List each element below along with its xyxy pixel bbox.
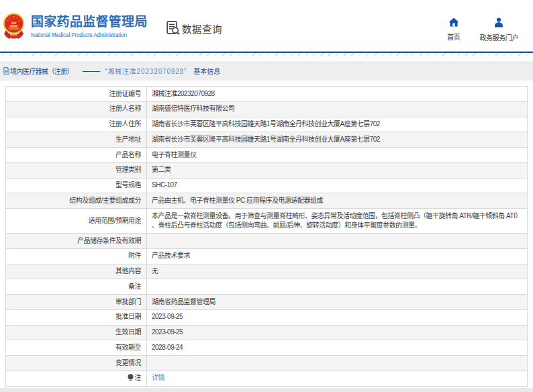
footer-strip <box>0 388 533 392</box>
row-value: SHC-107 <box>147 178 528 193</box>
row-value: 产品由主机、电子脊柱测量仪 PC 应用程序及电源适配器组成 <box>147 193 528 209</box>
row-label: 审批部门 <box>6 295 147 310</box>
row-label: 注册人住所 <box>6 117 147 132</box>
data-query-label: 数据查询 <box>182 21 222 36</box>
row-value: 第二类 <box>147 162 528 178</box>
brand-title: 国家药品监督管理局 <box>31 15 148 30</box>
row-value: 湖南省长沙市芙蓉区隆平高科技园雄天路1号湖南全丹科技创业大厦A座第七层702 <box>147 117 528 132</box>
row-label-text: 生产地址 <box>115 136 141 143</box>
row-value: 湘械注准20232070928 <box>147 87 528 102</box>
table-row: 审批部门湖南省药品监督管理局 <box>6 295 528 310</box>
row-label-text: 注册人名称 <box>109 105 142 112</box>
table-row: 附件产品技术要求 <box>6 248 528 264</box>
table-row: 型号规格SHC-107 <box>6 178 528 193</box>
row-value: 电子脊柱测量仪 <box>147 148 528 163</box>
row-label: 批准日期 <box>6 309 147 325</box>
row-value <box>147 234 528 249</box>
row-value: 详情 <box>147 371 528 386</box>
table-row: 产品名称电子脊柱测量仪 <box>6 148 528 163</box>
table-row: 备注 <box>6 279 528 295</box>
row-label-text: 注册人住所 <box>109 120 142 128</box>
registration-info-table: 注册证编号湘械注准20232070928注册人名称湖南盛倍特医疗科技有限公司注册… <box>5 86 528 387</box>
row-label: 注册证编号 <box>6 87 147 102</box>
breadcrumb: 境内医疗器械（注册） —— “湘械注准20232070928” 基本信息 <box>0 61 533 81</box>
header-nav: 首页 政务服务门户 <box>447 17 518 42</box>
brand: 国家药品监督管理局 National Medical Products Admi… <box>3 12 148 41</box>
breadcrumb-category[interactable]: 境内医疗器械（注册） <box>10 66 73 76</box>
row-label-text: 批准日期 <box>115 313 141 320</box>
nav-home-label: 首页 <box>447 32 460 42</box>
row-label: 管理类别 <box>6 162 147 178</box>
row-label: 变更情况 <box>6 356 147 371</box>
row-value: 无 <box>147 264 528 279</box>
breadcrumb-separator: —— <box>83 66 100 76</box>
detail-link[interactable]: 详情 <box>152 374 164 381</box>
row-label-text: 适用范围/预期用途 <box>89 217 141 224</box>
row-value: 2028-09-24 <box>147 340 528 356</box>
row-label: 备注 <box>6 279 147 295</box>
row-value: 2023-09-25 <box>147 309 528 325</box>
row-label-text: 管理类别 <box>115 166 141 173</box>
row-label-text: 附件 <box>128 252 141 259</box>
row-label: 型号规格 <box>6 178 147 193</box>
table-row: 批准日期2023-09-25 <box>6 309 528 325</box>
brand-text: 国家药品监督管理局 National Medical Products Admi… <box>31 12 148 38</box>
nav-portal[interactable]: 政务服务门户 <box>479 17 518 42</box>
row-label-text: 注册证编号 <box>109 90 142 97</box>
row-label-text: 产品储存条件及有效期 <box>77 237 141 244</box>
row-label: 产品储存条件及有效期 <box>6 234 147 249</box>
table-row: 注册人住所湖南省长沙市芙蓉区隆平高科技园雄天路1号湖南全丹科技创业大厦A座第七层… <box>6 117 528 132</box>
table-row: 注册证编号湘械注准20232070928 <box>6 87 528 102</box>
row-value: 本产品是一款脊柱测量设备。用于筛查与测量脊柱畸形、姿态异常及活动度范围，包括脊柱… <box>147 209 528 234</box>
table-row: 注详情 <box>6 371 528 386</box>
table-row: 注册人名称湖南盛倍特医疗科技有限公司 <box>6 101 528 117</box>
data-query-icon <box>166 21 180 36</box>
row-label: 生产地址 <box>6 132 147 148</box>
nav-portal-label: 政务服务门户 <box>479 32 518 42</box>
row-label: 附件 <box>6 248 147 264</box>
row-value: 产品技术要求 <box>147 248 528 264</box>
row-value: 湖南省药品监督管理局 <box>147 295 528 310</box>
row-label: 生效日期 <box>6 325 147 340</box>
table-row: 其他内容无 <box>6 264 528 279</box>
site-header: 国家药品监督管理局 National Medical Products Admi… <box>0 0 533 51</box>
row-label: 适用范围/预期用途 <box>6 209 147 234</box>
row-label-text: 其他内容 <box>115 267 141 275</box>
table-row: 生产地址湖南省长沙市芙蓉区隆平高科技园雄天路1号湖南全丹科技创业大厦A座第七层7… <box>6 132 528 148</box>
row-label-text: 备注 <box>128 283 141 290</box>
info-table-body: 注册证编号湘械注准20232070928注册人名称湖南盛倍特医疗科技有限公司注册… <box>6 87 528 387</box>
table-row: 有效期至2028-09-24 <box>6 340 528 356</box>
breadcrumb-title: 基本信息 <box>193 66 220 76</box>
document-icon <box>3 67 9 75</box>
row-label-text: 产品名称 <box>115 151 141 158</box>
note-icon <box>128 374 134 381</box>
row-label-text: 审批部门 <box>115 298 141 305</box>
row-value: 2023-09-25 <box>147 325 528 340</box>
brand-subtitle: National Medical Products Administration <box>31 31 127 38</box>
row-value <box>147 279 528 295</box>
user-icon <box>494 17 503 28</box>
table-row: 生效日期2023-09-25 <box>6 325 528 340</box>
table-row: 结构及组成/主要组成成分产品由主机、电子脊柱测量仪 PC 应用程序及电源适配器组… <box>6 193 528 209</box>
row-label-text: 结构及组成/主要组成成分 <box>69 197 141 204</box>
row-label: 其他内容 <box>6 264 147 279</box>
row-label: 结构及组成/主要组成成分 <box>6 193 147 209</box>
nav-home[interactable]: 首页 <box>447 17 460 42</box>
registration-info-table-wrap: 注册证编号湘械注准20232070928注册人名称湖南盛倍特医疗科技有限公司注册… <box>5 86 528 387</box>
row-label-text: 变更情况 <box>115 359 141 366</box>
table-row: 管理类别第二类 <box>6 162 528 178</box>
breadcrumb-number: “湘械注准20232070928” <box>105 66 187 76</box>
table-row: 变更情况 <box>6 356 528 371</box>
data-query-title: 数据查询 <box>166 21 222 36</box>
row-value <box>147 356 528 371</box>
row-label: 有效期至 <box>6 340 147 356</box>
row-value: 湖南盛倍特医疗科技有限公司 <box>147 101 528 117</box>
row-value: 湖南省长沙市芙蓉区隆平高科技园雄天路1号湖南全丹科技创业大厦A座第七层702 <box>147 132 528 148</box>
national-emblem-logo <box>3 13 25 41</box>
row-label: 注册人名称 <box>6 101 147 117</box>
home-icon <box>449 17 458 27</box>
row-label-text: 生效日期 <box>115 328 141 336</box>
table-row: 产品储存条件及有效期 <box>6 234 528 249</box>
row-label: 注 <box>6 371 147 386</box>
row-label-text: 注 <box>135 374 142 381</box>
